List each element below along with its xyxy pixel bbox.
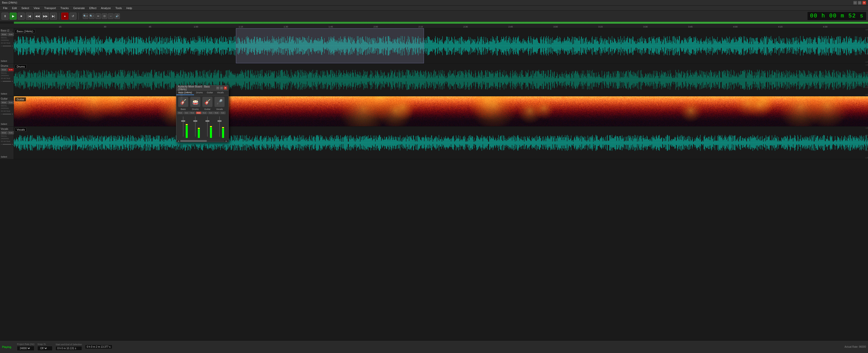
- menu-file[interactable]: File: [1, 6, 9, 10]
- menu-tracks[interactable]: Tracks: [59, 6, 71, 10]
- guitar-volume-slider[interactable]: [2, 114, 11, 115]
- mixer-drums-mute[interactable]: Mute: [189, 111, 195, 114]
- mixer-bass-icon: 🎸: [178, 97, 188, 107]
- zoom-out-button[interactable]: 🔍−: [89, 13, 95, 19]
- timeline-ruler[interactable]: 1530451:001:151:301:452:002:152:302:453:…: [0, 24, 868, 28]
- guitar-track-controls: Guitar Mute Solo Stereo, 24000Hz32-bit f…: [0, 96, 14, 126]
- guitar-volume: − +: [1, 113, 13, 115]
- zoom-in-button[interactable]: 🔍+: [83, 13, 88, 19]
- vocals-waveform[interactable]: Vocals 1.00.50.0-0.5-1.0: [14, 127, 868, 159]
- skip-fwd-button[interactable]: ▶▶: [42, 12, 49, 20]
- project-rate-select[interactable]: 24000: [19, 347, 31, 350]
- skip-start-button[interactable]: |◀: [26, 12, 33, 20]
- mixer-drums-solo[interactable]: Solo: [196, 111, 202, 114]
- mixer-drums-fader-knob[interactable]: [193, 120, 197, 122]
- record-button[interactable]: ●: [61, 12, 68, 20]
- drums-waveform[interactable]: Drums 1.00.50.0-0.5-1.0: [14, 64, 868, 96]
- mixer-vocals-solo[interactable]: Solo: [220, 111, 225, 114]
- mixer-bass-mute[interactable]: Mute: [177, 111, 183, 114]
- mixer-maximize-button[interactable]: □: [220, 87, 223, 90]
- mixer-close-button[interactable]: ✕: [224, 87, 227, 90]
- mixer-vocals-icon: 🎤: [215, 97, 224, 107]
- bass-track-info: Stereo, 24000Hz32-bit float: [1, 37, 13, 44]
- pause-button[interactable]: ⏸: [1, 12, 8, 20]
- ruler-mark: 1:15: [239, 26, 243, 28]
- ruler-mark: 3:00: [553, 26, 558, 28]
- bass-select-btn[interactable]: Select: [1, 60, 13, 62]
- mixer-bass-fader-knob[interactable]: [181, 120, 185, 122]
- mixer-scroll-track[interactable]: [180, 140, 224, 142]
- mixer-guitar-solo[interactable]: Solo: [208, 111, 214, 114]
- mixer-scroll-thumb[interactable]: [180, 140, 207, 142]
- mixer-scrollbar[interactable]: ◀ ▶: [176, 139, 228, 142]
- menu-tools[interactable]: Tools: [113, 6, 124, 10]
- menu-view[interactable]: View: [32, 6, 42, 10]
- zoom-tools: 🔍+ 🔍− ⇔ ⊡ ↔ 🔊: [83, 13, 120, 19]
- menu-analyze[interactable]: Analyze: [99, 6, 113, 10]
- vocals-volume-slider[interactable]: [2, 144, 11, 145]
- bass-mute-button[interactable]: Mute: [1, 33, 7, 36]
- bass-label-badge: Bass (24kHz): [15, 29, 35, 33]
- project-rate-value[interactable]: 24000: [17, 346, 34, 351]
- menu-effect[interactable]: Effect: [87, 6, 98, 10]
- mixer-tab-bass[interactable]: Bass (24kHz): [176, 91, 194, 95]
- drums-volume-slider[interactable]: [2, 81, 11, 82]
- stop-button[interactable]: ■: [18, 12, 25, 20]
- bass-track-buttons: Mute Solo: [1, 33, 13, 36]
- ruler-mark: 15: [59, 26, 61, 28]
- zoom-sel-button[interactable]: ⇔: [95, 13, 101, 19]
- bass-solo-button[interactable]: Solo: [8, 33, 14, 36]
- mixer-guitar-fader[interactable]: [203, 115, 213, 138]
- guitar-solo-button[interactable]: Solo: [8, 101, 14, 104]
- mixer-tab-vocals[interactable]: Vocals: [215, 91, 226, 95]
- loop-button[interactable]: ↺: [69, 12, 76, 20]
- drums-track-buttons: Mute Solo: [1, 68, 13, 71]
- bass-volume-slider[interactable]: [2, 45, 11, 46]
- selection-end-field: 0 h 0 m 2 m 13.377 s: [85, 345, 112, 349]
- skip-back-button[interactable]: ◀◀: [34, 12, 41, 20]
- menu-generate[interactable]: Generate: [71, 6, 87, 10]
- speaker-button[interactable]: 🔊: [114, 13, 120, 19]
- menu-edit[interactable]: Edit: [10, 6, 19, 10]
- mixer-vocals-fader-knob[interactable]: [217, 120, 221, 122]
- snap-to-value[interactable]: Off: [37, 346, 53, 351]
- bass-waveform[interactable]: Bass (24kHz) 1.00.50.0-0.5-1.0: [14, 28, 868, 63]
- snap-to-select[interactable]: Off: [39, 347, 48, 350]
- drums-solo-button[interactable]: Solo: [8, 68, 14, 71]
- mixer-minimize-button[interactable]: ─: [216, 87, 219, 90]
- ruler-mark: 3:15: [598, 26, 603, 28]
- mixer-drums-fader[interactable]: [190, 115, 200, 138]
- vocals-solo-button[interactable]: Solo: [8, 131, 14, 134]
- guitar-waveform-canvas: [14, 96, 868, 126]
- mixer-vocals-mute[interactable]: Mute: [214, 111, 219, 114]
- mixer-vocals-fader[interactable]: [215, 115, 224, 138]
- mixer-bass-solo[interactable]: Solo: [184, 111, 189, 114]
- bass-track-name: Bass (24kHz): [1, 29, 13, 32]
- fit-button[interactable]: ⊡: [102, 13, 107, 19]
- mixer-bass-fader[interactable]: [178, 115, 188, 138]
- maximize-button[interactable]: □: [858, 1, 862, 4]
- vocals-mute-button[interactable]: Mute: [1, 131, 7, 134]
- guitar-waveform[interactable]: Guitar: [14, 96, 868, 126]
- drums-mute-button[interactable]: Mute: [1, 68, 7, 71]
- mixer-tab-guitar[interactable]: Guitar: [205, 91, 215, 95]
- vocals-select-btn[interactable]: Select: [1, 156, 13, 158]
- close-button[interactable]: ✕: [863, 1, 866, 4]
- mixer-guitar-fader-knob[interactable]: [206, 120, 210, 122]
- menu-transport[interactable]: Transport: [42, 6, 58, 10]
- menu-help[interactable]: Help: [124, 6, 134, 10]
- selection-end[interactable]: 0 h 0 m 2 m 13.377 s: [85, 345, 112, 349]
- mixer-tab-drums[interactable]: Drums: [194, 91, 205, 95]
- ruler-mark: 1:45: [329, 26, 333, 28]
- play-button[interactable]: ▶: [9, 12, 17, 20]
- minimize-button[interactable]: ─: [854, 1, 857, 4]
- mixer-guitar-mute[interactable]: Mute: [202, 111, 208, 114]
- menu-select[interactable]: Select: [20, 6, 31, 10]
- selection-start[interactable]: 0 h 0 m 10.131 s: [56, 346, 82, 351]
- mixer-window: Audacity Mixer Board - Bass (24kHz) ─ □ …: [176, 85, 228, 142]
- drums-select-btn[interactable]: Select: [1, 93, 13, 95]
- zoom-toggle-button[interactable]: ↔: [108, 13, 114, 19]
- skip-end-button[interactable]: ▶|: [50, 12, 57, 20]
- guitar-mute-button[interactable]: Mute: [1, 101, 7, 104]
- guitar-select-btn[interactable]: Select: [1, 123, 13, 125]
